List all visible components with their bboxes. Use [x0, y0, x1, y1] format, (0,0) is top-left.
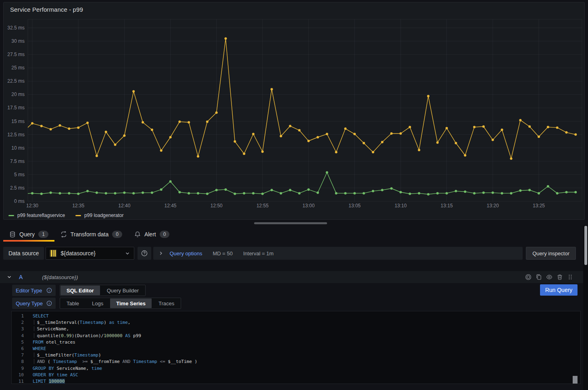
svg-text:17.5 ms: 17.5 ms [7, 105, 25, 111]
query-row-header[interactable]: A (${datasource}) [0, 271, 583, 283]
code-line-8[interactable]: 8 AND ( Timestamp >= $__fromTime AND Tim… [12, 359, 580, 365]
datasource-value: ${datasource} [60, 250, 121, 257]
code-line-4[interactable]: 4 quantile(0.99)(Duration)/1000000 AS p9… [12, 333, 580, 339]
code-line-3[interactable]: 3 ServiceName, [12, 326, 580, 332]
svg-text:12:40: 12:40 [118, 203, 130, 209]
svg-text:15 ms: 15 ms [11, 119, 25, 124]
disable-icon[interactable] [525, 274, 532, 280]
code-line-10[interactable]: 10ORDER BY time ASC [12, 372, 580, 378]
line-number: 10 [12, 372, 24, 378]
legend-label[interactable]: p99 featureflagservice [17, 213, 65, 218]
delete-icon[interactable] [557, 274, 563, 280]
clickhouse-logo-icon [50, 250, 57, 257]
datasource-label: Data source [3, 247, 44, 260]
line-number: 11 [12, 378, 24, 384]
editor-type-field-label: Editor Type [12, 285, 56, 296]
query-type-logs[interactable]: Logs [86, 298, 109, 308]
query-type-table[interactable]: Table [60, 298, 85, 308]
line-number: 1 [12, 313, 24, 319]
query-toolbar: Data source ${datasource} [3, 247, 576, 260]
tab-label: Query [19, 231, 35, 238]
query-options-maxdatapoints: MD = 50 [213, 250, 233, 257]
query-type-time-series[interactable]: Time Series [110, 298, 152, 308]
legend-item-featureflagservice[interactable]: p99 featureflagservice [8, 213, 65, 218]
chevron-down-icon [125, 250, 130, 256]
query-type-radio-group: Table Logs Time Series Traces [60, 298, 181, 309]
info-icon[interactable] [46, 300, 52, 306]
sql-code-lines[interactable]: 1SELECT2 $__timeInterval(Timestamp) as t… [12, 311, 580, 384]
line-number: 4 [12, 333, 24, 339]
tab-alert[interactable]: Alert 0 [128, 227, 175, 242]
editor-type-query-builder[interactable]: Query Builder [101, 286, 145, 295]
tab-label: Transform data [71, 231, 108, 238]
line-number: 7 [12, 352, 24, 359]
svg-text:22.5 ms: 22.5 ms [7, 78, 25, 84]
grafana-panel-edit-page: 0 ms2.5 ms5 ms7.5 ms10 ms12.5 ms15 ms17.… [0, 0, 588, 390]
transform-icon [60, 231, 67, 238]
datasource-help-button[interactable] [138, 247, 151, 260]
info-icon[interactable] [46, 288, 52, 293]
pane-resize-handle[interactable] [254, 222, 327, 224]
hide-response-icon[interactable] [546, 274, 553, 280]
collapse-chevron-icon[interactable] [6, 274, 12, 280]
chart-panel: 0 ms2.5 ms5 ms7.5 ms10 ms12.5 ms15 ms17.… [3, 2, 585, 220]
code-line-9[interactable]: 9GROUP BY ServiceName, time [12, 365, 580, 372]
pane-scrollbar-thumb[interactable] [584, 226, 587, 265]
chart-legend: p99 featureflagservice p99 loadgenerator [8, 213, 124, 218]
run-query-button[interactable]: Run Query [540, 284, 578, 296]
legend-label[interactable]: p99 loadgenerator [84, 213, 123, 218]
svg-text:13:15: 13:15 [441, 203, 453, 209]
svg-text:13:05: 13:05 [348, 203, 361, 209]
svg-text:30 ms: 30 ms [11, 38, 25, 44]
query-options-interval: Interval = 1m [243, 250, 274, 257]
drag-handle-icon[interactable] [567, 274, 573, 280]
svg-text:12:45: 12:45 [165, 203, 177, 209]
pane-scrollbar-track[interactable] [583, 225, 588, 390]
svg-text:13:20: 13:20 [487, 203, 499, 209]
editor-scrollbar-thumb[interactable] [573, 376, 578, 384]
datasource-picker[interactable]: ${datasource} [46, 247, 134, 260]
svg-text:0 ms: 0 ms [14, 198, 25, 204]
svg-text:27.5 ms: 27.5 ms [7, 52, 25, 57]
query-inspector-button[interactable]: Query inspector [526, 247, 576, 260]
panel-title: Service Performance - p99 [10, 6, 83, 13]
svg-text:25 ms: 25 ms [11, 65, 25, 71]
code-line-11[interactable]: 11LIMIT 100000 [12, 378, 580, 384]
code-line-1[interactable]: 1SELECT [12, 313, 580, 319]
svg-text:20 ms: 20 ms [11, 92, 25, 97]
svg-text:12:30: 12:30 [26, 203, 38, 209]
line-number: 5 [12, 339, 24, 346]
query-options-toggle[interactable]: Query options MD = 50 Interval = 1m [153, 247, 523, 260]
legend-item-loadgenerator[interactable]: p99 loadgenerator [75, 213, 123, 218]
code-line-7[interactable]: 7 $__timeFilter(Timestamp) [12, 352, 580, 359]
query-ref-id: A [19, 274, 23, 280]
code-line-2[interactable]: 2 $__timeInterval(Timestamp) as time, [12, 319, 580, 326]
bell-icon [134, 231, 141, 238]
tab-transform-data[interactable]: Transform data 0 [54, 227, 128, 242]
svg-text:12:55: 12:55 [256, 203, 269, 209]
svg-text:7.5 ms: 7.5 ms [10, 159, 25, 164]
sql-code-editor[interactable]: 1SELECT2 $__timeInterval(Timestamp) as t… [11, 311, 581, 384]
tab-count-badge: 0 [112, 231, 122, 238]
tab-query[interactable]: Query 1 [3, 227, 54, 242]
query-type-field-label: Query Type [12, 298, 56, 309]
svg-text:32.5 ms: 32.5 ms [7, 25, 25, 31]
code-line-5[interactable]: 5FROM otel_traces [12, 339, 580, 346]
line-number: 8 [12, 359, 24, 365]
query-type-traces[interactable]: Traces [152, 298, 180, 308]
query-type-label: Query Type [16, 300, 43, 307]
svg-text:13:25: 13:25 [533, 203, 545, 209]
query-options-label[interactable]: Query options [169, 250, 202, 257]
duplicate-icon[interactable] [536, 274, 542, 280]
tab-count-badge: 1 [38, 231, 48, 238]
line-number: 9 [12, 365, 24, 372]
line-number: 3 [12, 326, 24, 332]
svg-text:13:00: 13:00 [302, 203, 315, 209]
svg-text:13:10: 13:10 [394, 203, 407, 209]
code-line-6[interactable]: 6WHERE [12, 346, 580, 352]
editor-type-sql-editor[interactable]: SQL Editor [60, 286, 100, 295]
query-editor-pane: Query 1 Transform data 0 [0, 225, 588, 390]
database-icon [9, 231, 16, 238]
query-row-actions [525, 274, 573, 280]
timeseries-chart[interactable]: 0 ms2.5 ms5 ms7.5 ms10 ms12.5 ms15 ms17.… [4, 2, 584, 219]
